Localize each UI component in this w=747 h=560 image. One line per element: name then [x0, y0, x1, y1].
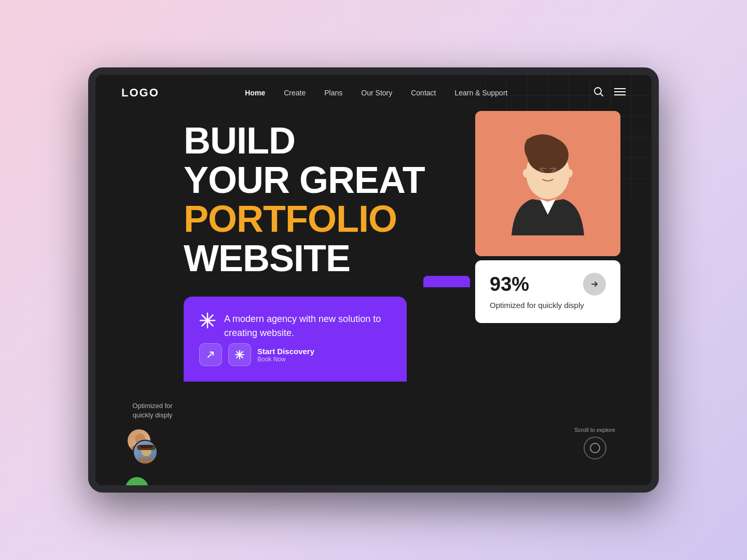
stats-description: Optimized for quickly disply — [490, 300, 606, 311]
hero-line1: BUILD — [184, 121, 470, 161]
rating-badge: 4.9 — [126, 477, 148, 485]
scroll-inner-circle — [590, 443, 600, 453]
avatar-stack — [127, 428, 158, 470]
avatar-2 — [133, 440, 158, 465]
stats-arrow-button[interactable] — [583, 273, 606, 296]
svg-point-24 — [552, 169, 556, 173]
svg-line-1 — [601, 93, 603, 96]
menu-icon[interactable] — [614, 88, 626, 99]
person-card — [475, 111, 620, 256]
svg-rect-10 — [140, 445, 153, 448]
svg-rect-11 — [138, 458, 155, 465]
svg-point-26 — [566, 169, 573, 177]
cta-star-button[interactable] — [228, 343, 251, 366]
nav-item-create[interactable]: Create — [284, 88, 306, 97]
tablet-screen: LOGO Home Create Plans Our Story Contact… — [95, 75, 652, 485]
svg-point-25 — [523, 169, 529, 177]
navbar: LOGO Home Create Plans Our Story Contact… — [95, 75, 652, 111]
scroll-circle — [584, 437, 606, 459]
stats-card: 93% Optimized for quickly disply — [475, 260, 620, 323]
nav-item-our-story[interactable]: Our Story — [361, 88, 392, 97]
cta-row: Start Discovery Book Now — [199, 343, 386, 366]
hero-title: BUILD YOUR GREAT PORTFOLIO WEBSITE — [184, 121, 470, 278]
agency-icon — [199, 312, 216, 332]
nav-item-contact[interactable]: Contact — [411, 88, 436, 97]
person-illustration — [475, 111, 620, 256]
nav-links: Home Create Plans Our Story Contact Lear… — [245, 88, 507, 97]
main-content: Optimized for quickly disply — [95, 111, 652, 480]
optimized-text: Optimized for quickly disply — [121, 401, 184, 420]
nav-item-home[interactable]: Home — [245, 88, 265, 97]
right-section: 93% Optimized for quickly disply Scroll … — [470, 111, 626, 480]
agency-text: A modern agency with new solution to cre… — [224, 312, 386, 340]
sidebar-content: Optimized for quickly disply — [121, 256, 184, 485]
purple-card: A modern agency with new solution to cre… — [184, 297, 407, 382]
hero-line2: YOUR GREAT — [184, 161, 470, 200]
purple-tab — [423, 276, 470, 287]
logo: LOGO — [121, 86, 159, 100]
agency-row: A modern agency with new solution to cre… — [199, 312, 386, 340]
nav-item-plans[interactable]: Plans — [324, 88, 342, 97]
search-icon[interactable] — [593, 87, 604, 100]
hero-line3: PORTFOLIO — [184, 200, 470, 239]
nav-item-learn[interactable]: Learn & Support — [454, 88, 507, 97]
left-sidebar: Optimized for quickly disply — [121, 111, 184, 480]
cta-title: Start Discovery — [257, 347, 314, 356]
hero-line4: WEBSITE — [184, 239, 470, 278]
cta-arrow-button[interactable] — [199, 343, 222, 366]
cta-subtitle: Book Now — [257, 356, 314, 363]
stats-header: 93% — [490, 273, 606, 296]
scroll-text: Scroll to explore — [574, 426, 615, 433]
purple-card-wrapper: A modern agency with new solution to cre… — [184, 286, 470, 382]
tablet-frame: LOGO Home Create Plans Our Story Contact… — [88, 67, 659, 493]
scroll-indicator: Scroll to explore — [574, 426, 615, 459]
stats-percent: 93% — [490, 273, 529, 296]
nav-icons — [593, 87, 626, 100]
hero-section: BUILD YOUR GREAT PORTFOLIO WEBSITE — [184, 111, 470, 480]
cta-text: Start Discovery Book Now — [257, 347, 314, 363]
